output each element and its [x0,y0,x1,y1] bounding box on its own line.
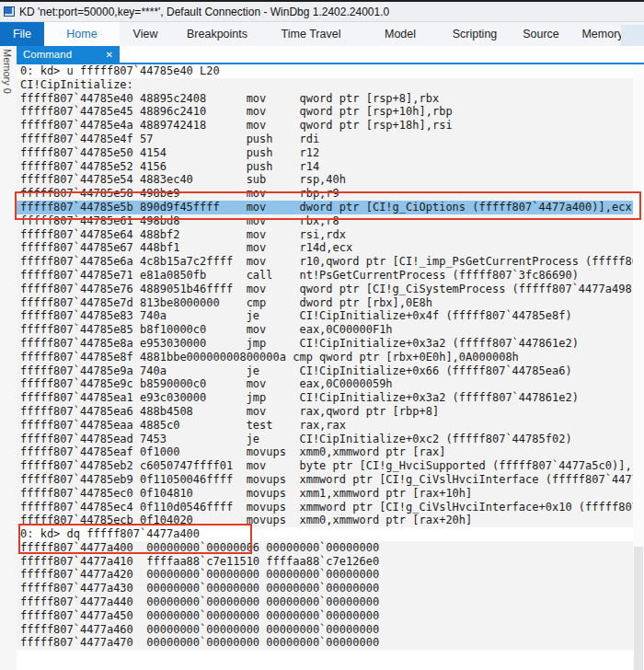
tab-scripting[interactable]: Scripting [442,22,508,46]
console-line[interactable]: fffff807`4477a470 00000000`00000000 0000… [17,636,633,650]
console-line-selected[interactable]: fffff807`44785e5b 890d9f45ffff mov dword… [17,201,633,214]
console-line[interactable]: fffff807`44785e61 498bd8 mov rbx,r8 [17,214,633,228]
tab-view[interactable]: View [120,22,171,46]
console-line[interactable]: fffff807`44785ec4 0f110d0546ffff movups … [17,501,633,514]
console-line[interactable]: fffff807`4477a440 00000000`00000000 0000… [17,595,633,609]
console-line[interactable]: fffff807`44785e50 4154 push r12 [17,146,633,160]
tab-home[interactable]: Home [44,22,120,46]
console-line[interactable]: fffff807`44785ea1 e93c030000 jmp CI!CipI… [17,391,633,405]
console-line[interactable]: fffff807`44785eaa 4885c0 test rax,rax [17,419,633,433]
close-icon[interactable]: ✕ [106,50,113,60]
console-line[interactable]: fffff807`44785e83 740a je CI!CipInitiali… [17,309,633,323]
console-line[interactable]: fffff807`44785e4f 57 push rdi [17,133,633,146]
console-line[interactable]: fffff807`44785e6a 4c8b15a7c2ffff mov r10… [17,255,633,269]
console-line[interactable]: fffff807`4477a460 00000000`00000000 0000… [17,623,633,637]
console-line[interactable]: fffff807`4477a450 00000000`00000000 0000… [17,609,633,623]
tab-command[interactable]: Command ✕ [17,46,120,63]
window-title: KD 'net:port=50000,key=****', Default Co… [19,6,389,18]
console-line[interactable]: fffff807`44785e7d 813be8000000 cmp dword… [17,296,633,310]
console-line[interactable]: CI!CipInitialize: [17,78,633,92]
tab-command-label: Command [23,49,72,60]
console-line[interactable]: fffff807`44785eb9 0f11050046ffff movups … [17,473,633,487]
console-line[interactable]: fffff807`44785e58 498be9 mov rbp,r9 [17,187,633,201]
console-line[interactable]: fffff807`44785e40 48895c2408 mov qword p… [17,92,633,106]
title-bar: KD 'net:port=50000,key=****', Default Co… [0,2,644,22]
console-line[interactable]: fffff807`44785e85 b8f10000c0 mov eax,0C0… [17,323,633,337]
console-line[interactable]: fffff807`44785e45 48896c2410 mov qword p… [17,105,633,119]
console-line[interactable]: fffff807`4477a420 00000000`00000000 0000… [17,568,633,582]
console-line[interactable]: 0: kd> u fffff807`44785e40 L20 [17,64,633,78]
console-line[interactable]: fffff807`4477a400 00000000`00000006 0000… [17,541,633,555]
vertical-scrollbar[interactable] [633,64,644,670]
tab-time-travel[interactable]: Time Travel [263,22,359,46]
console-line[interactable]: fffff807`44785e9a 740a je CI!CipInitiali… [17,364,633,378]
tab-source[interactable]: Source [508,22,574,46]
console-line[interactable]: fffff807`44785e54 4883ec40 sub rsp,40h [17,173,633,187]
tab-model[interactable]: Model [359,22,442,46]
console-line[interactable]: fffff807`4477a430 00000000`00000000 0000… [17,582,633,595]
console-line[interactable]: fffff807`44785e76 4889051b46ffff mov qwo… [17,283,633,296]
left-tab-well: Memory 0 [0,46,17,670]
windbg-app-icon [4,6,15,17]
console-line[interactable]: fffff807`4477a410 ffffaa88`c7e11510 ffff… [17,555,633,569]
console-line[interactable]: fffff807`44785e64 488bf2 mov rsi,rdx [17,228,633,242]
console-line[interactable]: fffff807`44785eaf 0f1000 movups xmm0,xmm… [17,445,633,459]
tab-file[interactable]: File [0,22,44,46]
console-line[interactable]: fffff807`44785e9c b8590000c0 mov eax,0C0… [17,377,633,391]
document-tab-row: Command ✕ [17,46,644,63]
console-line[interactable]: fffff807`44785ec0 0f104810 movups xmm1,x… [17,487,633,501]
console-line[interactable]: fffff807`44785e8f 4881bbe00000000800000a… [17,351,633,364]
console-line[interactable]: fffff807`44785eb2 c6050747ffff01 mov byt… [17,459,633,473]
console-line[interactable]: fffff807`44785e67 448bf1 mov r14d,ecx [17,241,633,255]
console-line[interactable]: fffff807`44785e8a e953030000 jmp CI!CipI… [17,337,633,351]
command-output-pane[interactable]: 0: kd> u fffff807`44785e40 L20CI!CipInit… [17,64,644,670]
sidebar-tab-memory-0[interactable]: Memory 0 [2,49,13,94]
console-line[interactable]: 0: kd> dq fffff807`4477a400 [17,527,633,541]
console-line[interactable]: fffff807`44785ead 7453 je CI!CipInitiali… [17,433,633,446]
console-line[interactable]: fffff807`44785e71 e81a0850fb call nt!PsG… [17,269,633,283]
console-line[interactable]: fffff807`44785e52 4156 push r14 [17,160,633,174]
scrollbar-thumb[interactable] [634,547,643,670]
ribbon-tab-row: File Home View Breakpoints Time Travel M… [0,22,644,46]
console-line[interactable]: fffff807`44785e4a 4889742418 mov qword p… [17,119,633,133]
console-line[interactable]: fffff807`44785ea6 488b4508 mov rax,qword… [17,405,633,419]
console-line[interactable]: fffff807`44785ecb 0f104020 movups xmm0,x… [17,514,633,527]
tab-breakpoints[interactable]: Breakpoints [171,22,263,46]
